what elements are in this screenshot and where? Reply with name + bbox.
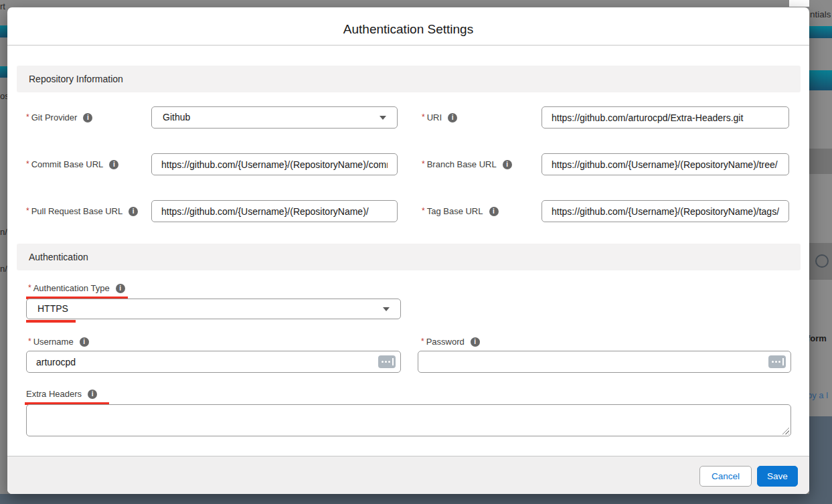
info-icon[interactable]: i <box>471 337 480 347</box>
backdrop-text-fragment: n/ <box>0 227 7 237</box>
required-asterisk: * <box>26 206 29 216</box>
branch-base-url-input[interactable] <box>542 153 789 175</box>
backdrop-teal-band <box>0 25 7 37</box>
password-field <box>418 351 791 373</box>
section-heading-repository-information: Repository Information <box>17 66 801 92</box>
backdrop-avatar-circle <box>815 254 829 268</box>
chevron-down-icon <box>383 307 390 311</box>
info-icon[interactable]: i <box>83 113 92 122</box>
authentication-type-label: * Authentication Type i <box>28 283 125 293</box>
info-icon[interactable]: i <box>448 113 457 122</box>
info-icon[interactable]: i <box>109 160 118 169</box>
required-asterisk: * <box>421 337 424 346</box>
git-provider-value: Github <box>163 112 190 122</box>
authentication-type-combobox[interactable]: HTTPS <box>26 299 401 319</box>
required-asterisk: * <box>26 159 29 169</box>
branch-base-url-label: * Branch Base URL i <box>422 153 512 175</box>
cancel-button[interactable]: Cancel <box>699 466 752 487</box>
backdrop-band <box>809 149 832 174</box>
label-text: Password <box>426 337 465 347</box>
pull-request-base-url-label: * Pull Request Base URL i <box>26 200 138 222</box>
info-icon[interactable]: i <box>88 390 97 399</box>
label-text: Username <box>33 337 74 347</box>
backdrop-slate-panel <box>809 416 832 504</box>
autofill-icon[interactable] <box>378 355 396 368</box>
backdrop-white-box <box>789 0 809 7</box>
extra-headers-textarea[interactable] <box>26 404 791 436</box>
commit-base-url-input[interactable] <box>151 153 398 175</box>
info-icon[interactable]: i <box>129 207 138 216</box>
screen: rt ntials os n/ n/ form by a l Authentic… <box>0 0 832 504</box>
username-field <box>26 351 401 373</box>
modal-header: Authentication Settings <box>7 7 809 46</box>
label-text: Commit Base URL <box>31 159 104 169</box>
required-asterisk: * <box>28 337 31 346</box>
uri-label: * URI i <box>422 106 457 129</box>
required-asterisk: * <box>422 206 425 216</box>
label-text: Git Provider <box>31 112 78 122</box>
git-provider-label: * Git Provider i <box>26 106 92 129</box>
authentication-settings-modal: Authentication Settings Repository Infor… <box>7 7 809 494</box>
pull-request-base-url-input[interactable] <box>151 200 398 222</box>
backdrop-link-fragment: by a l <box>807 390 828 400</box>
autofill-icon[interactable] <box>768 355 786 368</box>
red-underline-annotation <box>26 320 76 323</box>
modal-footer: Cancel Save <box>7 456 809 494</box>
backdrop-teal-band <box>0 66 7 78</box>
extra-headers-label: Extra Headers i <box>26 389 97 399</box>
username-input[interactable] <box>26 351 401 373</box>
backdrop-slate-bottom <box>0 494 832 504</box>
required-asterisk: * <box>422 112 425 122</box>
required-asterisk: * <box>28 283 31 292</box>
label-text: Extra Headers <box>26 389 82 399</box>
backdrop-text-fragment: rt <box>0 1 5 11</box>
label-text: Pull Request Base URL <box>31 206 123 216</box>
authentication-type-value: HTTPS <box>37 303 68 314</box>
section-heading-authentication: Authentication <box>17 244 801 270</box>
backdrop-text-fragment: ntials <box>810 9 831 19</box>
info-icon[interactable]: i <box>489 207 499 216</box>
tag-base-url-label: * Tag Base URL i <box>422 200 499 222</box>
backdrop-text-fragment: form <box>807 333 827 343</box>
label-text: Authentication Type <box>33 283 110 293</box>
backdrop-teal-band <box>809 70 832 90</box>
label-text: Tag Base URL <box>427 206 483 216</box>
chevron-down-icon <box>380 116 386 120</box>
password-input[interactable] <box>418 351 791 373</box>
git-provider-combobox[interactable]: Github <box>151 106 398 129</box>
label-text: URI <box>427 112 442 122</box>
info-icon[interactable]: i <box>503 160 512 169</box>
label-text: Branch Base URL <box>427 159 497 169</box>
backdrop-text-fragment: n/ <box>0 264 7 274</box>
required-asterisk: * <box>26 112 29 122</box>
required-asterisk: * <box>422 159 425 169</box>
commit-base-url-label: * Commit Base URL i <box>26 153 118 175</box>
backdrop-teal-band <box>809 26 832 38</box>
username-label: * Username i <box>28 337 89 347</box>
info-icon[interactable]: i <box>116 284 125 293</box>
modal-title: Authentication Settings <box>343 22 473 37</box>
info-icon[interactable]: i <box>80 337 89 347</box>
tag-base-url-input[interactable] <box>542 200 789 222</box>
password-label: * Password i <box>421 337 480 347</box>
uri-input[interactable] <box>542 106 789 129</box>
save-button[interactable]: Save <box>757 466 798 487</box>
